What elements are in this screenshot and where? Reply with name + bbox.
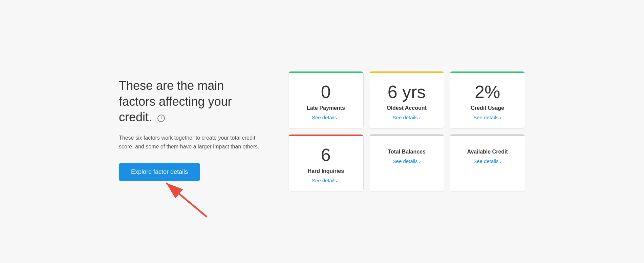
arrow-icon (159, 176, 214, 220)
info-icon[interactable]: i (157, 115, 165, 122)
card-label-total-balances: Total Balances (388, 149, 426, 155)
card-value-credit-usage: 2% (475, 82, 500, 102)
card-available-credit: Available CreditSee details › (450, 134, 525, 192)
card-link-hard-inquiries[interactable]: See details › (312, 178, 340, 183)
card-value-hard-inquiries: 6 (321, 145, 331, 165)
card-link-credit-usage[interactable]: See details › (473, 115, 501, 120)
cards-grid: 0Late PaymentsSee details ›6 yrsOldest A… (288, 71, 525, 192)
card-total-balances: Total BalancesSee details › (369, 134, 445, 192)
chevron-right-icon: › (419, 115, 421, 120)
card-label-hard-inquiries: Hard Inquiries (308, 168, 344, 174)
main-heading: These are the main factors affecting you… (119, 78, 261, 125)
card-link-available-credit[interactable]: See details › (473, 158, 501, 164)
card-link-oldest-account[interactable]: See details › (393, 115, 421, 120)
chevron-right-icon: › (500, 159, 501, 164)
heading-text: These are the main factors affecting you… (119, 79, 232, 124)
card-link-total-balances[interactable]: See details › (393, 158, 421, 164)
chevron-right-icon: › (500, 115, 501, 120)
left-panel: These are the main factors affecting you… (119, 71, 261, 181)
main-container: These are the main factors affecting you… (119, 71, 525, 192)
card-hard-inquiries: 6Hard InquiriesSee details › (288, 134, 364, 192)
card-label-credit-usage: Credit Usage (471, 105, 504, 111)
chevron-right-icon: › (419, 159, 421, 164)
card-value-oldest-account: 6 yrs (388, 82, 426, 102)
card-link-late-payments[interactable]: See details › (312, 115, 340, 120)
card-label-late-payments: Late Payments (307, 105, 345, 111)
chevron-right-icon: › (338, 115, 340, 120)
card-label-oldest-account: Oldest Account (387, 105, 427, 111)
arrow-container (159, 176, 214, 222)
svg-line-1 (166, 183, 207, 217)
chevron-right-icon: › (338, 178, 340, 183)
card-label-available-credit: Available Credit (467, 149, 508, 155)
card-value-late-payments: 0 (321, 82, 331, 102)
card-late-payments: 0Late PaymentsSee details › (288, 71, 364, 129)
subtext: These six factors work together to creat… (119, 134, 261, 151)
card-oldest-account: 6 yrsOldest AccountSee details › (369, 71, 445, 129)
card-credit-usage: 2%Credit UsageSee details › (450, 71, 525, 129)
